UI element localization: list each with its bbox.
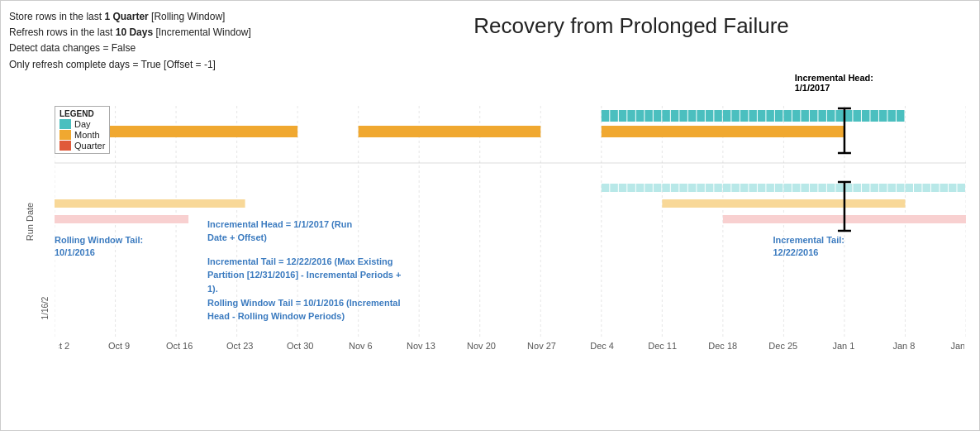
inc-head-body-label: Incremental Head = 1/1/2017 (Run Date + … bbox=[207, 218, 373, 245]
svg-rect-32 bbox=[740, 110, 749, 122]
quarter-color-swatch bbox=[59, 141, 71, 151]
svg-rect-39 bbox=[801, 110, 809, 122]
svg-rect-27 bbox=[697, 110, 705, 122]
svg-rect-56 bbox=[610, 184, 618, 192]
svg-rect-68 bbox=[714, 184, 722, 192]
legend: LEGEND Day Month Quarter bbox=[55, 106, 110, 154]
svg-rect-77 bbox=[792, 184, 801, 192]
svg-rect-86 bbox=[870, 184, 878, 192]
svg-rect-36 bbox=[775, 110, 783, 122]
svg-rect-96 bbox=[957, 184, 965, 192]
svg-rect-48 bbox=[879, 110, 887, 122]
svg-rect-40 bbox=[810, 110, 818, 122]
svg-text:Dec 18: Dec 18 bbox=[708, 341, 737, 351]
svg-rect-46 bbox=[862, 110, 870, 122]
title-area: Recovery from Prolonged Failure bbox=[290, 9, 973, 73]
inc-tail-right-label: Incremental Tail:12/22/2016 bbox=[773, 234, 844, 260]
svg-rect-80 bbox=[818, 184, 826, 192]
svg-rect-55 bbox=[602, 184, 610, 192]
svg-rect-33 bbox=[749, 110, 757, 122]
svg-rect-85 bbox=[862, 184, 870, 192]
svg-text:Oct 16: Oct 16 bbox=[166, 341, 193, 351]
svg-text:Oct 9: Oct 9 bbox=[108, 341, 130, 351]
svg-rect-69 bbox=[723, 184, 731, 192]
svg-rect-43 bbox=[835, 110, 844, 122]
svg-rect-25 bbox=[679, 110, 687, 122]
svg-rect-82 bbox=[835, 184, 844, 192]
svg-rect-93 bbox=[931, 184, 940, 192]
svg-rect-99 bbox=[55, 215, 188, 223]
chart-section: Run Date LEGEND Day Month Quarter Rollin… bbox=[9, 106, 973, 338]
svg-rect-38 bbox=[792, 110, 801, 122]
legend-item-quarter: Quarter bbox=[59, 141, 105, 151]
svg-rect-26 bbox=[688, 110, 697, 122]
svg-rect-73 bbox=[758, 184, 766, 192]
svg-rect-97 bbox=[55, 199, 245, 208]
inc-tail-body-label: Incremental Tail = 12/22/2016 (Max Exist… bbox=[207, 255, 406, 296]
svg-rect-66 bbox=[697, 184, 705, 192]
svg-rect-57 bbox=[619, 184, 627, 192]
main-chart-svg bbox=[55, 106, 966, 338]
svg-rect-23 bbox=[662, 110, 670, 122]
svg-rect-41 bbox=[818, 110, 826, 122]
svg-rect-94 bbox=[940, 184, 948, 192]
day-color-swatch bbox=[59, 119, 71, 129]
svg-text:Nov 6: Nov 6 bbox=[349, 341, 373, 351]
run-date-label: Run Date bbox=[25, 203, 35, 241]
svg-rect-76 bbox=[783, 184, 792, 192]
svg-rect-16 bbox=[602, 110, 610, 122]
month-color-swatch bbox=[59, 130, 71, 140]
svg-rect-90 bbox=[905, 184, 913, 192]
svg-rect-61 bbox=[654, 184, 662, 192]
svg-rect-45 bbox=[853, 110, 861, 122]
svg-rect-21 bbox=[645, 110, 653, 122]
svg-rect-88 bbox=[887, 184, 896, 192]
svg-rect-30 bbox=[723, 110, 731, 122]
svg-text:Jan 8: Jan 8 bbox=[892, 341, 915, 351]
bottom-date-axis: Oct 2Oct 9Oct 16Oct 23Oct 30Nov 6Nov 13N… bbox=[59, 338, 964, 356]
main-container: Store rows in the last 1 Quarter [Rollin… bbox=[1, 1, 980, 431]
svg-text:Nov 27: Nov 27 bbox=[527, 341, 556, 351]
svg-rect-62 bbox=[662, 184, 670, 192]
svg-text:Nov 20: Nov 20 bbox=[467, 341, 496, 351]
svg-rect-78 bbox=[801, 184, 809, 192]
bottom-axis-svg: Oct 2Oct 9Oct 16Oct 23Oct 30Nov 6Nov 13N… bbox=[59, 338, 964, 356]
info-text: Store rows in the last 1 Quarter [Rollin… bbox=[9, 9, 290, 73]
svg-rect-24 bbox=[671, 110, 679, 122]
svg-rect-71 bbox=[740, 184, 749, 192]
svg-rect-84 bbox=[853, 184, 861, 192]
svg-rect-47 bbox=[870, 110, 878, 122]
svg-rect-95 bbox=[949, 184, 957, 192]
legend-title: LEGEND bbox=[59, 109, 105, 118]
svg-rect-37 bbox=[783, 110, 792, 122]
svg-text:Jan 1: Jan 1 bbox=[832, 341, 854, 351]
svg-rect-74 bbox=[766, 184, 774, 192]
svg-text:Dec 11: Dec 11 bbox=[648, 341, 677, 351]
page-title: Recovery from Prolonged Failure bbox=[290, 13, 973, 39]
svg-rect-81 bbox=[827, 184, 835, 192]
svg-rect-22 bbox=[654, 110, 662, 122]
svg-rect-70 bbox=[731, 184, 740, 192]
legend-item-day: Day bbox=[59, 119, 105, 129]
svg-rect-67 bbox=[706, 184, 714, 192]
legend-item-month: Month bbox=[59, 130, 105, 140]
svg-rect-75 bbox=[775, 184, 783, 192]
svg-rect-63 bbox=[671, 184, 679, 192]
svg-text:Jan 15: Jan 15 bbox=[950, 341, 964, 351]
top-date-axis bbox=[59, 88, 964, 106]
svg-rect-91 bbox=[914, 184, 922, 192]
gantt-area bbox=[55, 106, 966, 338]
svg-rect-58 bbox=[627, 184, 635, 192]
legend-month-label: Month bbox=[74, 130, 100, 140]
svg-rect-34 bbox=[758, 110, 766, 122]
svg-rect-17 bbox=[610, 110, 618, 122]
svg-rect-98 bbox=[662, 199, 905, 208]
svg-rect-52 bbox=[359, 126, 541, 137]
svg-rect-65 bbox=[688, 184, 697, 192]
legend-quarter-label: Quarter bbox=[74, 141, 105, 151]
svg-rect-83 bbox=[844, 184, 853, 192]
svg-rect-59 bbox=[636, 184, 645, 192]
svg-rect-44 bbox=[844, 110, 853, 122]
svg-text:Oct 2: Oct 2 bbox=[59, 341, 69, 351]
svg-rect-92 bbox=[922, 184, 930, 192]
